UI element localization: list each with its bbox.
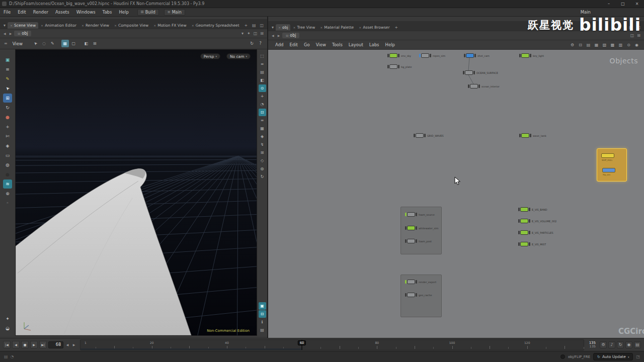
snapshot-icon[interactable]: ▤ [259,326,266,334]
left-tab-render-view[interactable]: ×Render View [79,22,112,29]
right-tab-tree-view[interactable]: ×Tree View [290,24,317,31]
tab-close-icon[interactable]: × [293,26,295,29]
node-e-vis-mist[interactable]: E_VIS_MIST [518,242,546,246]
pin-icon[interactable]: ◉ [633,43,640,47]
grid-display-icon[interactable]: ▦ [259,125,266,132]
right-tab-asset-browser[interactable]: ×Asset Browser [356,24,392,31]
menu-help[interactable]: Help [115,10,132,15]
left-tab-geometry-spreadsheet[interactable]: ×Geometry Spreadsheet [189,22,242,29]
menu-file[interactable]: File [0,10,14,15]
panel-icon[interactable]: ▤ [259,68,266,76]
character-tool-icon[interactable]: ✦ [3,314,12,323]
memory-gauge-icon[interactable]: ▣ [259,302,266,310]
menu-assets[interactable]: Assets [52,10,73,15]
frame-all-icon[interactable]: ▤ [585,43,592,47]
node-foam-post[interactable]: foam_post [405,239,432,243]
scale-tool-icon[interactable]: ● [3,113,12,122]
playback-options-icon[interactable]: ⚙ [600,341,607,348]
refresh-icon[interactable]: ↻ [248,40,256,47]
forward-button[interactable]: ▶ [9,32,13,35]
shelf-selector[interactable]: ≡ Main [164,9,185,16]
network-path-field[interactable]: ⊟ obj [282,33,299,38]
back-button[interactable]: ◀ [271,34,275,37]
node-ocean-interior[interactable]: ocean_interior [468,84,500,88]
network-editor-canvas[interactable]: Objects env_skyropes_simshot_camkey_ligh… [268,50,644,338]
net-menu-go[interactable]: Go [301,42,313,47]
maximize-pane-icon[interactable]: ⊞ [259,31,265,36]
node-wave-tank[interactable]: wave_tank [519,133,546,138]
wireframe-mode-icon[interactable]: ⊞ [91,40,99,47]
left-tab-motion-fx-view[interactable]: ×Motion FX View [151,22,189,29]
search-icon[interactable]: ⊙ [625,43,632,47]
pane-menu-icon[interactable]: ▤ [627,24,635,31]
split-pane-icon[interactable]: ◫ [629,33,635,38]
spin-icon[interactable]: ↻ [259,173,266,180]
node-foam-source[interactable]: foam_source [405,212,435,217]
tab-close-icon[interactable]: × [192,24,194,27]
wrench-icon[interactable]: ⚙ [569,43,576,47]
scene-cube-icon[interactable]: ▣ [3,55,12,64]
node-key-light[interactable]: key_light [519,53,544,58]
select-mode-icon[interactable]: ≡ [3,65,12,74]
tab-close-icon[interactable]: × [320,26,323,29]
new-tab-button[interactable]: + [392,24,400,31]
node-env-sky[interactable]: env_sky [387,53,411,58]
back-button[interactable]: ◀ [3,32,7,35]
path-dropdown-icon[interactable]: ▾ [240,31,245,36]
path-field[interactable]: ⊟ obj [14,31,31,36]
menu-windows[interactable]: Windows [73,10,99,15]
cut-tool-icon[interactable]: ✄ [3,132,12,141]
menu-edit[interactable]: Edit [14,10,29,15]
node-geo-cache[interactable]: geo_cache [405,293,432,297]
mirror-tool-icon[interactable]: ◈ [3,141,12,150]
message-log-icon[interactable]: ▤ [4,354,8,359]
desktop-name-label[interactable]: Main [581,10,591,15]
left-tab-scene-view[interactable]: ×Scene View [8,22,38,29]
globe-tool-icon[interactable]: ⊕ [3,189,12,198]
node-e-vis-volume-002[interactable]: E_VIS_VOLUME_002 [518,219,556,223]
light-icon[interactable]: ⊙ [259,84,266,92]
motion-blur-icon[interactable]: ↯ [259,141,266,148]
view-options-icon[interactable]: ⬚ [259,52,266,60]
clock-icon[interactable]: ◔ [259,101,266,108]
select-arrow-icon[interactable]: ➤ [1,82,14,95]
snap-nodes-icon[interactable]: ⊡ [577,43,584,47]
layers-icon[interactable]: ≡ [259,117,266,124]
net-menu-help[interactable]: Help [382,42,398,47]
perspective-view-selector[interactable]: Persp ▾ [200,53,220,59]
stop-button[interactable]: ■ [21,341,29,348]
timeline-ruler[interactable]: 12040608010012060 [80,339,584,350]
jump-start-button[interactable]: |◀ [3,341,11,348]
selected-node-group[interactable]: SHIP_HULLflip_sim [597,148,627,182]
point-tool-icon[interactable]: ◦ [3,199,12,208]
brush-select-icon[interactable]: ✎ [49,40,56,47]
net-menu-tools[interactable]: Tools [329,42,346,47]
desktop-selector[interactable]: ⊞ Build [137,9,159,16]
right-tab-material-palette[interactable]: ×Material Palette [317,24,356,31]
tab-close-icon[interactable]: × [278,26,281,29]
select-arrow-icon[interactable]: ➤ [30,38,41,49]
new-tab-button[interactable]: + [242,22,250,29]
audio-icon[interactable]: ♪ [608,341,615,348]
lasso-select-icon[interactable]: ◌ [40,40,48,47]
translate-tool-icon[interactable]: ⊞ [3,94,12,103]
menu-render[interactable]: Render [30,10,52,15]
node-ropes-sim[interactable]: ropes_sim [419,53,445,58]
list-view-icon[interactable]: ▧ [601,43,608,47]
axis-icon[interactable]: + [259,93,266,100]
tile-icon[interactable]: ⊞ [259,149,266,156]
sel-node-ship-hull[interactable]: SHIP_HULL [601,153,614,158]
rotate-tool-icon[interactable]: ↻ [3,103,12,112]
snap-grid-icon[interactable]: ▦ [61,40,69,47]
menu-tabs[interactable]: Tabs [99,10,116,15]
close-button[interactable]: × [630,0,644,8]
pane-tab-menu-icon[interactable]: ▾ [270,24,276,31]
tab-close-icon[interactable]: × [114,24,117,27]
organize-icon[interactable]: ▥ [617,43,624,47]
tab-close-icon[interactable]: × [41,24,43,27]
pan-icon[interactable]: ◇ [259,157,266,164]
handle-tool-icon[interactable]: + [3,122,12,131]
tab-close-icon[interactable]: × [359,26,361,29]
frame-decrement-button[interactable]: ◀ [65,341,70,348]
node-shot-cam[interactable]: shot_cam [464,53,490,58]
